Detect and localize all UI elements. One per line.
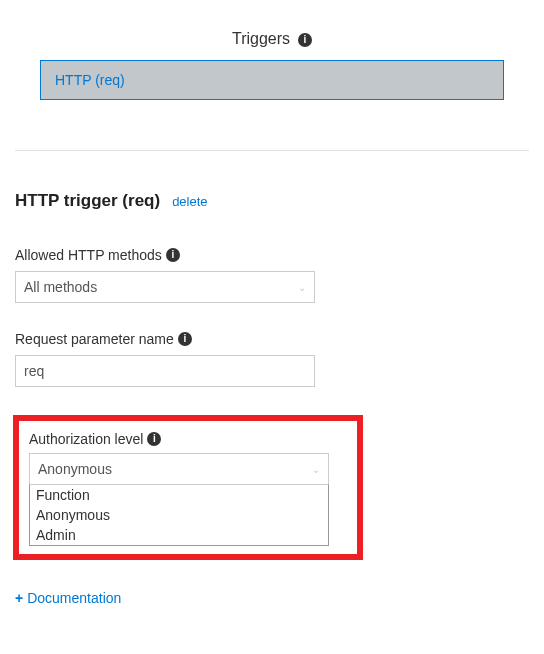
- auth-level-value: Anonymous: [38, 461, 112, 477]
- param-name-input-wrap[interactable]: [15, 355, 315, 387]
- info-icon[interactable]: i: [298, 33, 312, 47]
- auth-level-select[interactable]: Anonymous ⌄: [29, 453, 329, 485]
- allowed-methods-select[interactable]: All methods ⌄: [15, 271, 315, 303]
- allowed-methods-label: Allowed HTTP methods: [15, 247, 162, 263]
- param-name-label: Request parameter name: [15, 331, 174, 347]
- info-icon[interactable]: i: [147, 432, 161, 446]
- divider: [15, 150, 529, 151]
- auth-level-label: Authorization level: [29, 431, 143, 447]
- documentation-link[interactable]: + Documentation: [0, 590, 544, 620]
- chevron-down-icon: ⌄: [312, 464, 320, 475]
- param-name-input[interactable]: [24, 363, 306, 379]
- documentation-label: Documentation: [27, 590, 121, 606]
- triggers-heading: Triggers: [232, 30, 290, 47]
- plus-icon: +: [15, 590, 23, 606]
- auth-level-dropdown[interactable]: Function Anonymous Admin: [29, 484, 329, 546]
- auth-option-anonymous[interactable]: Anonymous: [30, 505, 328, 525]
- chevron-down-icon: ⌄: [298, 282, 306, 293]
- info-icon[interactable]: i: [166, 248, 180, 262]
- info-icon[interactable]: i: [178, 332, 192, 346]
- trigger-item-http[interactable]: HTTP (req): [40, 60, 504, 100]
- auth-option-admin[interactable]: Admin: [30, 525, 328, 545]
- delete-link[interactable]: delete: [172, 194, 207, 209]
- detail-title: HTTP trigger (req): [15, 191, 160, 211]
- allowed-methods-value: All methods: [24, 279, 97, 295]
- highlight-box: Authorization level i Anonymous ⌄ Functi…: [13, 415, 363, 560]
- auth-option-function[interactable]: Function: [30, 485, 328, 505]
